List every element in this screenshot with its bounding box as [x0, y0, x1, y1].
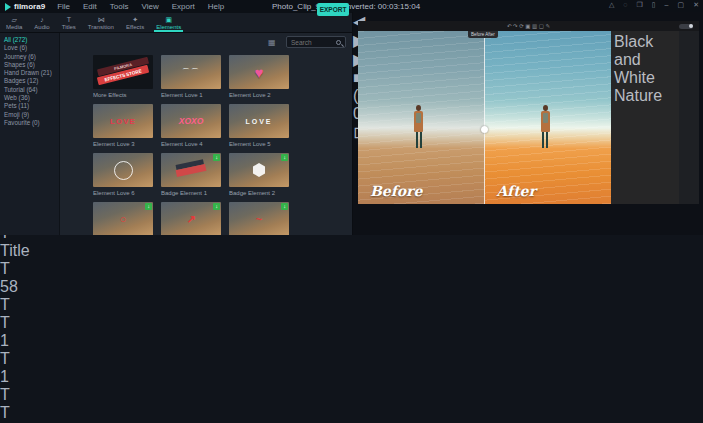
grid-view-icon[interactable]: ▦: [268, 38, 276, 47]
media-tabs: ▱Media♪AudioTTitles⋈Transition✦Effects▣E…: [0, 13, 187, 32]
element-item[interactable]: ○↓: [93, 202, 153, 235]
search-box[interactable]: [286, 36, 346, 48]
title-clip[interactable]: T1: [0, 350, 16, 386]
elements-library-panel: All (272)Love (6)Journey (6)Shapes (6)Ha…: [0, 33, 352, 235]
element-item-element-love-5[interactable]: LOVEElement Love 5: [229, 104, 289, 147]
titles-tab-icon: T: [67, 16, 71, 23]
menu-tools[interactable]: Tools: [110, 2, 129, 11]
video-viewport[interactable]: ↶ ↷ ⟳ ▣ ▥ ▢ ✎ Before: [358, 21, 699, 204]
maximize-icon[interactable]: ▢: [678, 1, 685, 9]
title-clip-icon: T: [0, 314, 15, 332]
device-connect-icon[interactable]: ▯: [652, 1, 656, 9]
element-label: Element Love 3: [93, 141, 153, 147]
category-emoji[interactable]: Emoji (9): [0, 111, 59, 119]
category-pets[interactable]: Pets (11): [0, 102, 59, 110]
element-thumbnail: ~↓: [229, 202, 289, 235]
title-clip-icon: T: [0, 260, 17, 278]
category-hand-drawn[interactable]: Hand Drawn (21): [0, 69, 59, 77]
title-clip[interactable]: T1: [0, 314, 15, 350]
element-item[interactable]: ~↓: [229, 202, 289, 235]
element-item-element-love-6[interactable]: Element Love 6: [93, 153, 153, 196]
category-favourite[interactable]: Favourite (0): [0, 119, 59, 127]
category-love[interactable]: Love (6): [0, 44, 59, 52]
element-item-element-love-3[interactable]: LOVEElement Love 3: [93, 104, 153, 147]
category-sidebar: All (272)Love (6)Journey (6)Shapes (6)Ha…: [0, 33, 60, 235]
element-item-element-love-2[interactable]: ♥Element Love 2: [229, 55, 289, 98]
recorded-app-toolbar: ↶ ↷ ⟳ ▣ ▥ ▢ ✎: [358, 21, 699, 31]
tab-titles[interactable]: TTitles: [56, 13, 82, 32]
tab-elements[interactable]: ▣Elements: [150, 13, 187, 32]
category-all[interactable]: All (272): [0, 36, 59, 44]
search-input[interactable]: [287, 39, 336, 46]
menu-bar: FileEditToolsViewExportHelp: [57, 2, 224, 11]
category-web[interactable]: Web (36): [0, 94, 59, 102]
element-thumbnail: ⌒⌒: [161, 55, 221, 89]
element-item-element-love-4[interactable]: XOXOElement Love 4: [161, 104, 221, 147]
title-track-2[interactable]: T58TT1T1TT5T58T1TTitle 27TTitle 2TTitleT…: [0, 260, 703, 423]
title-clip[interactable]: T: [0, 296, 13, 314]
export-button[interactable]: EXPORT: [317, 3, 349, 16]
category-tutorial[interactable]: Tutorial (64): [0, 86, 59, 94]
title-clip[interactable]: T58: [0, 260, 17, 296]
after-half: After: [485, 31, 612, 204]
filter-section-nature: Nature: [614, 87, 676, 105]
before-label: Before: [370, 183, 422, 199]
element-thumbnail: LOVE: [93, 104, 153, 138]
category-shapes[interactable]: Shapes (6): [0, 61, 59, 69]
notification-icon[interactable]: △: [609, 1, 614, 9]
minimize-icon[interactable]: –: [665, 1, 669, 9]
compare-divider: [484, 31, 485, 204]
tab-label: Titles: [62, 24, 76, 30]
preview-panel: ↶ ↷ ⟳ ▣ ▥ ▢ ✎ Before: [352, 12, 703, 235]
element-item[interactable]: ↗↓: [161, 202, 221, 235]
tab-transition[interactable]: ⋈Transition: [82, 13, 120, 32]
category-journey[interactable]: Journey (6): [0, 53, 59, 61]
hexagon-overlay-icon: [229, 153, 289, 187]
after-label: After: [497, 183, 536, 199]
element-label: Element Love 2: [229, 92, 289, 98]
title-clip-label: Title: [0, 242, 30, 259]
element-item-more-effects[interactable]: FILMORAEFFECTS STOREMore Effects: [93, 55, 153, 98]
search-icon[interactable]: [336, 40, 341, 45]
before-after-toggle: [679, 24, 693, 29]
menu-view[interactable]: View: [142, 2, 159, 11]
close-icon[interactable]: ✕: [693, 1, 699, 9]
menu-help[interactable]: Help: [208, 2, 224, 11]
download-icon: ↓: [281, 154, 288, 161]
tab-audio[interactable]: ♪Audio: [28, 13, 55, 32]
element-item-badge-element-1[interactable]: ↓Badge Element 1: [161, 153, 221, 196]
before-half: Before: [358, 31, 485, 204]
transition-tab-icon: ⋈: [97, 16, 104, 23]
tab-media[interactable]: ▱Media: [0, 13, 28, 32]
scribble-overlay-icon: ↗: [161, 202, 221, 235]
menu-edit[interactable]: Edit: [83, 2, 97, 11]
birds-overlay-icon: ⌒⌒: [161, 55, 221, 89]
screen-share-icon[interactable]: ❐: [636, 1, 642, 9]
element-label: Element Love 4: [161, 141, 221, 147]
recorded-filter-panel: Black and White Nature: [611, 31, 679, 204]
element-thumbnail: ○↓: [93, 202, 153, 235]
tab-label: Elements: [156, 24, 181, 30]
title-clip-label: 1: [0, 368, 9, 385]
menu-file[interactable]: File: [57, 2, 70, 11]
stamp-overlay-icon: [93, 153, 153, 187]
element-thumbnail: LOVE: [229, 104, 289, 138]
element-item-badge-element-2[interactable]: ↓Badge Element 2: [229, 153, 289, 196]
before-after-tabs: Before After: [468, 31, 498, 38]
element-label: More Effects: [93, 92, 153, 98]
element-thumbnail: FILMORAEFFECTS STORE: [93, 55, 153, 89]
sync-icon[interactable]: ◌: [623, 1, 627, 9]
element-thumbnail: [93, 153, 153, 187]
menu-export[interactable]: Export: [172, 2, 195, 11]
element-thumbnail: ↓: [161, 153, 221, 187]
element-item-element-love-1[interactable]: ⌒⌒Element Love 1: [161, 55, 221, 98]
title-clip[interactable]: T: [0, 386, 8, 404]
category-badges[interactable]: Badges (12): [0, 77, 59, 85]
elements-tab-icon: ▣: [165, 16, 172, 23]
tab-effects[interactable]: ✦Effects: [120, 13, 150, 32]
effects-tab-icon: ✦: [132, 16, 138, 23]
element-label: Element Love 5: [229, 141, 289, 147]
tab-label: Media: [6, 24, 22, 30]
filter-section-bw: Black and White: [614, 33, 676, 87]
title-clip[interactable]: T5: [0, 404, 16, 423]
